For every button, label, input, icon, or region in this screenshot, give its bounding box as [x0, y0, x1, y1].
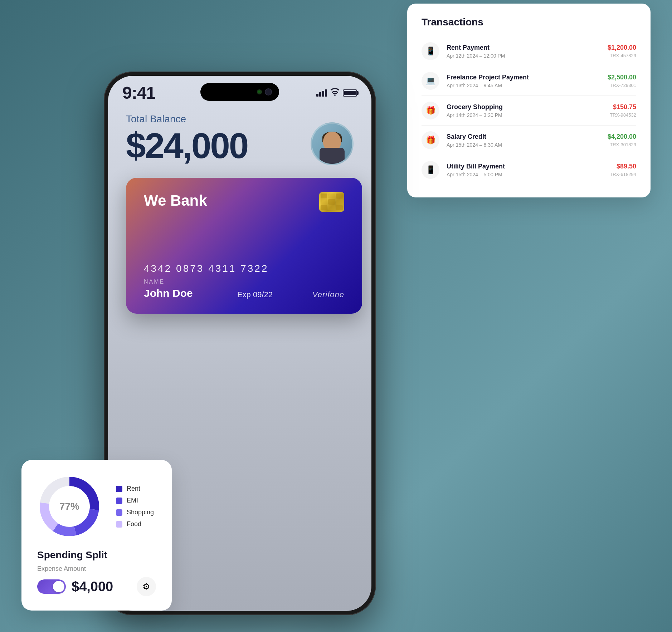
transaction-item: 🎁 Grocery Shopping Apr 14th 2024 – 3:20 … — [422, 96, 636, 126]
txn-info: Utility Bill Payment Apr 15th 2024 – 5:0… — [447, 163, 603, 177]
total-balance-label: Total Balance — [126, 113, 354, 125]
transactions-list: 📱 Rent Payment Apr 12th 2024 – 12:00 PM … — [422, 36, 636, 185]
signal-bar-4 — [325, 89, 327, 97]
donut-center-text: 77% — [59, 501, 79, 512]
txn-icon: 🎁 — [422, 102, 439, 119]
toggle-knob — [53, 581, 64, 592]
legend-label: EMI — [127, 497, 138, 504]
txn-info: Grocery Shopping Apr 14th 2024 – 3:20 PM — [447, 103, 603, 118]
txn-icon: 💻 — [422, 72, 439, 90]
time-display: 9:41 — [122, 83, 155, 103]
transaction-item: 📱 Utility Bill Payment Apr 15th 2024 – 5… — [422, 155, 636, 185]
camera-dot — [257, 89, 262, 94]
card-holder-name: John Doe — [144, 287, 193, 299]
avatar-body — [320, 148, 345, 164]
txn-id: TRX-618294 — [610, 172, 636, 177]
txn-id: TRX-301829 — [608, 142, 636, 147]
card-name-label: NAME — [144, 279, 165, 285]
expense-amount: $4,000 — [37, 579, 113, 594]
txn-name: Salary Credit — [447, 133, 600, 141]
legend-item: EMI — [116, 497, 154, 504]
spending-legend: Rent EMI Shopping Food — [116, 485, 154, 528]
card-chip — [319, 192, 344, 212]
txn-amount-col: $2,500.00 TRX-729301 — [608, 74, 636, 88]
battery-icon — [343, 89, 357, 97]
spending-title: Spending Split — [37, 549, 156, 561]
expense-label: Expense Amount — [37, 565, 156, 573]
toggle-switch[interactable] — [37, 579, 66, 594]
signal-bar-2 — [319, 92, 321, 97]
transaction-item: 💻 Freelance Project Payment Apr 13th 202… — [422, 66, 636, 96]
txn-icon: 🎁 — [422, 131, 439, 149]
txn-id: TRX-457829 — [608, 53, 636, 58]
transactions-card: Transactions 📱 Rent Payment Apr 12th 202… — [407, 4, 651, 197]
gear-icon: ⚙ — [142, 582, 150, 592]
battery-fill — [344, 91, 356, 95]
txn-amount: $150.75 — [610, 103, 636, 111]
donut-chart: 77% — [37, 474, 102, 539]
legend-item: Food — [116, 520, 154, 528]
txn-id: TRX-984532 — [610, 112, 636, 118]
card-number: 4342 0873 4311 7322 — [144, 263, 269, 274]
status-bar: 9:41 — [108, 76, 371, 106]
txn-date: Apr 12th 2024 – 12:00 PM — [447, 53, 600, 59]
txn-date: Apr 14th 2024 – 3:20 PM — [447, 112, 603, 118]
txn-name: Grocery Shopping — [447, 103, 603, 111]
card-bank-name: We Bank — [144, 192, 344, 209]
txn-info: Rent Payment Apr 12th 2024 – 12:00 PM — [447, 44, 600, 59]
expense-value: $4,000 — [72, 579, 113, 594]
txn-date: Apr 13th 2024 – 9:45 AM — [447, 83, 600, 88]
gear-button[interactable]: ⚙ — [137, 577, 156, 596]
transaction-item: 📱 Rent Payment Apr 12th 2024 – 12:00 PM … — [422, 36, 636, 66]
txn-name: Freelance Project Payment — [447, 74, 600, 81]
txn-date: Apr 15th 2024 – 8:30 AM — [447, 142, 600, 148]
avatar — [311, 122, 354, 165]
txn-amount: $89.50 — [610, 163, 636, 170]
signal-bar-3 — [322, 91, 324, 97]
transaction-item: 🎁 Salary Credit Apr 15th 2024 – 8:30 AM … — [422, 126, 636, 155]
txn-amount-col: $150.75 TRX-984532 — [610, 103, 636, 118]
legend-label: Food — [127, 520, 141, 528]
card-expiry: Exp 09/22 — [237, 290, 273, 299]
txn-amount-col: $1,200.00 TRX-457829 — [608, 44, 636, 58]
phone-content: Total Balance $24,000 We Bank — [108, 106, 371, 328]
txn-amount: $1,200.00 — [608, 44, 636, 52]
txn-name: Utility Bill Payment — [447, 163, 603, 170]
credit-card: We Bank 4342 0873 4311 7322 NAME John Do… — [126, 178, 362, 314]
txn-amount-col: $4,200.00 TRX-301829 — [608, 133, 636, 147]
spending-split-card: 77% Rent EMI Shopping Food Spending Spli… — [21, 460, 172, 611]
legend-label: Rent — [127, 485, 140, 493]
txn-date: Apr 15th 2024 – 5:00 PM — [447, 172, 603, 177]
card-brand: Verifone — [312, 290, 344, 299]
dynamic-island — [200, 83, 279, 101]
txn-amount: $2,500.00 — [608, 74, 636, 81]
txn-icon: 📱 — [422, 161, 439, 179]
legend-dot — [116, 498, 122, 504]
txn-icon: 📱 — [422, 42, 439, 60]
legend-dot — [116, 486, 122, 492]
signal-bars-icon — [316, 89, 327, 97]
legend-dot — [116, 521, 122, 528]
txn-name: Rent Payment — [447, 44, 600, 52]
expense-row: $4,000 ⚙ — [37, 577, 156, 596]
txn-id: TRX-729301 — [608, 83, 636, 88]
legend-item: Rent — [116, 485, 154, 493]
avatar-figure — [318, 132, 346, 164]
wifi-icon — [330, 88, 340, 98]
txn-info: Salary Credit Apr 15th 2024 – 8:30 AM — [447, 133, 600, 148]
txn-amount: $4,200.00 — [608, 133, 636, 141]
legend-dot — [116, 509, 122, 516]
signal-bar-1 — [316, 94, 318, 97]
donut-legend-row: 77% Rent EMI Shopping Food — [37, 474, 156, 539]
legend-label: Shopping — [127, 509, 154, 516]
legend-item: Shopping — [116, 509, 154, 516]
txn-info: Freelance Project Payment Apr 13th 2024 … — [447, 74, 600, 88]
status-icons — [316, 88, 357, 98]
transactions-title: Transactions — [422, 16, 636, 28]
txn-amount-col: $89.50 TRX-618294 — [610, 163, 636, 177]
camera-lens — [265, 88, 272, 95]
